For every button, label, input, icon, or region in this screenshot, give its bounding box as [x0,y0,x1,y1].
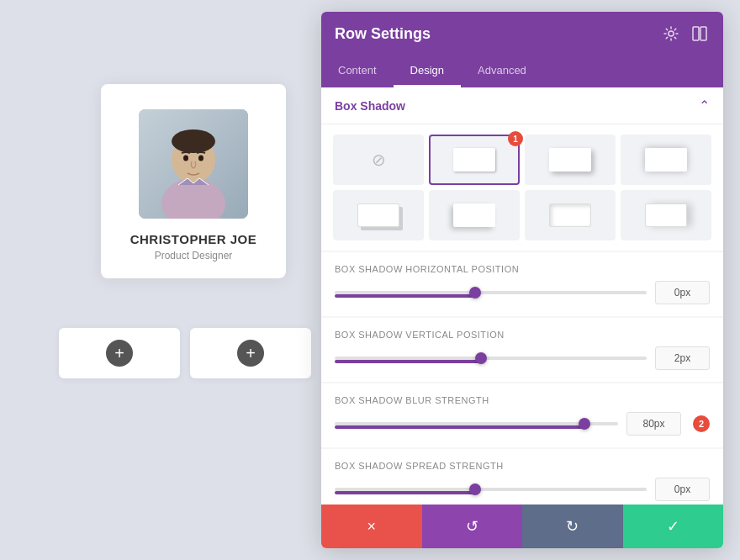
spread-slider[interactable] [335,488,647,491]
panel-header: Row Settings [321,12,723,55]
slider-fill [335,294,475,298]
vertical-position-row [335,346,710,370]
cancel-icon: × [367,518,376,536]
vertical-position-block: Box Shadow Vertical Position [321,318,723,382]
shadow-preview-2 [549,148,591,172]
shadow-preview-3 [645,148,687,172]
vertical-slider[interactable] [335,357,647,360]
panel-title: Row Settings [335,25,431,43]
plus-icon-1: + [106,340,133,367]
no-shadow-icon: ⊘ [372,150,386,170]
svg-point-9 [669,31,674,36]
spread-strength-label: Box Shadow Spread Strength [335,461,710,471]
horizontal-value-input[interactable] [655,281,710,304]
tab-content[interactable]: Content [321,55,394,87]
add-button-2[interactable]: + [190,328,311,378]
profile-card: CHRISTOPHER JOE Product Designer [101,84,286,278]
profile-title: Product Designer [118,250,269,262]
chevron-up-icon[interactable]: ⌃ [699,98,710,114]
columns-icon-btn[interactable] [690,24,710,44]
redo-icon: ↻ [566,517,579,536]
spread-strength-block: Box Shadow Spread Strength [321,449,723,513]
shadow-preview-6 [549,203,591,227]
settings-icon-btn[interactable] [661,24,681,44]
avatar [139,109,248,219]
add-button-1[interactable]: + [59,328,180,378]
tab-advanced[interactable]: Advanced [461,55,543,87]
section-title: Box Shadow [335,99,405,113]
profile-name: CHRISTOPHER JOE [118,232,269,246]
shadow-option-none[interactable]: ⊘ [333,135,424,185]
plus-icon-2: + [237,340,264,367]
panel-footer: × ↺ ↻ ✓ [321,505,723,548]
cancel-button[interactable]: × [321,505,422,548]
section-header: Box Shadow ⌃ [321,87,723,124]
undo-icon: ↺ [466,517,478,536]
svg-point-6 [175,131,212,148]
blur-strength-label: Box Shadow Blur Strength [335,395,710,405]
blur-slider[interactable] [335,422,618,425]
tabs-row: Content Design Advanced [321,55,723,87]
shadow-option-3[interactable] [621,135,711,185]
panel-header-icons [661,24,710,44]
badge-2: 2 [693,415,710,432]
svg-point-8 [198,156,204,161]
shadow-style-grid: ⊘ 1 [321,124,723,251]
tab-design[interactable]: Design [394,55,461,87]
shadow-option-2[interactable] [525,135,616,185]
panel-body[interactable]: Box Shadow ⌃ ⊘ 1 [321,87,723,548]
slider-fill-b [335,425,584,429]
vertical-position-label: Box Shadow Vertical Position [335,330,710,340]
shadow-option-7[interactable] [621,190,711,240]
badge-1: 1 [508,131,523,146]
blur-strength-row: 2 [335,412,710,436]
slider-fill-s [335,491,475,494]
redo-button[interactable]: ↻ [522,505,623,548]
slider-thumb-b[interactable] [579,418,590,430]
shadow-preview-1 [453,148,495,172]
svg-point-7 [183,156,188,161]
slider-thumb-s[interactable] [469,483,481,495]
horizontal-position-block: Box Shadow Horizontal Position [321,252,723,316]
shadow-option-4[interactable] [333,190,424,240]
confirm-button[interactable]: ✓ [623,505,724,548]
svg-rect-11 [700,27,706,40]
shadow-preview-5 [453,203,495,227]
shadow-option-6[interactable] [525,190,616,240]
horizontal-position-row [335,281,710,304]
spread-strength-row [335,478,710,501]
shadow-preview-7 [645,203,687,227]
vertical-value-input[interactable] [655,346,710,370]
horizontal-slider[interactable] [335,291,647,294]
blur-value-input[interactable] [626,412,681,436]
row-settings-panel: Row Settings Content Design Advanced [321,12,723,548]
shadow-preview-4 [357,203,399,227]
spread-value-input[interactable] [655,478,710,501]
slider-fill-v [335,360,481,363]
svg-rect-10 [693,27,699,40]
slider-thumb[interactable] [469,287,481,298]
shadow-option-1[interactable]: 1 [429,135,520,185]
horizontal-position-label: Box Shadow Horizontal Position [335,264,710,274]
confirm-icon: ✓ [667,517,679,536]
undo-button[interactable]: ↺ [422,505,523,548]
slider-thumb-v[interactable] [475,352,487,364]
shadow-option-5[interactable] [429,190,520,240]
add-buttons-row: + + [59,328,311,378]
blur-strength-block: Box Shadow Blur Strength 2 [321,383,723,447]
